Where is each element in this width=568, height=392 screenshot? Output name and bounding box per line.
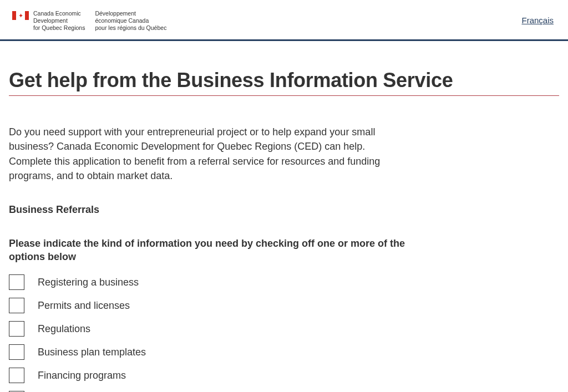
org-fr-line3: pour les régions du Québec — [95, 24, 166, 32]
option-label: Regulations — [38, 323, 90, 335]
checkbox-regulations[interactable] — [9, 321, 24, 337]
intro-paragraph: Do you need support with your entreprene… — [9, 125, 403, 182]
header: ✦ Canada Economic Development for Quebec… — [0, 0, 568, 41]
checkbox-business-plan-templates[interactable] — [9, 344, 24, 360]
org-en-line2: Development — [33, 17, 85, 24]
option-row: Business plan templates — [9, 344, 559, 360]
org-fr-line2: économique Canada — [95, 17, 166, 24]
options-list: Registering a business Permits and licen… — [9, 274, 559, 392]
option-label: Permits and licenses — [38, 300, 130, 312]
org-en-line3: for Quebec Regions — [33, 24, 85, 32]
org-fr-line1: Développement — [95, 10, 166, 17]
org-en-line1: Canada Economic — [33, 10, 85, 17]
checkbox-registering-business[interactable] — [9, 274, 24, 290]
brand-block: ✦ Canada Economic Development for Quebec… — [12, 10, 166, 32]
page-title: Get help from the Business Information S… — [9, 69, 559, 96]
main-content: Get help from the Business Information S… — [0, 41, 568, 392]
question-text: Please indicate the kind of information … — [9, 237, 419, 264]
option-label: Financing programs — [38, 370, 126, 381]
canada-flag-icon: ✦ — [12, 11, 29, 20]
option-row: Registering a business — [9, 274, 559, 290]
checkbox-permits-licenses[interactable] — [9, 298, 24, 313]
option-row: Financing programs — [9, 368, 559, 383]
org-names: Canada Economic Development for Quebec R… — [33, 10, 166, 32]
checkbox-financing-programs[interactable] — [9, 368, 24, 383]
option-label: Registering a business — [38, 277, 139, 288]
option-label: Business plan templates — [38, 347, 146, 358]
language-toggle-link[interactable]: Français — [521, 16, 554, 25]
org-name-fr: Développement économique Canada pour les… — [95, 10, 166, 32]
section-heading: Business Referrals — [9, 204, 559, 216]
org-name-en: Canada Economic Development for Quebec R… — [33, 10, 85, 32]
option-row: Permits and licenses — [9, 298, 559, 313]
option-row: Regulations — [9, 321, 559, 337]
